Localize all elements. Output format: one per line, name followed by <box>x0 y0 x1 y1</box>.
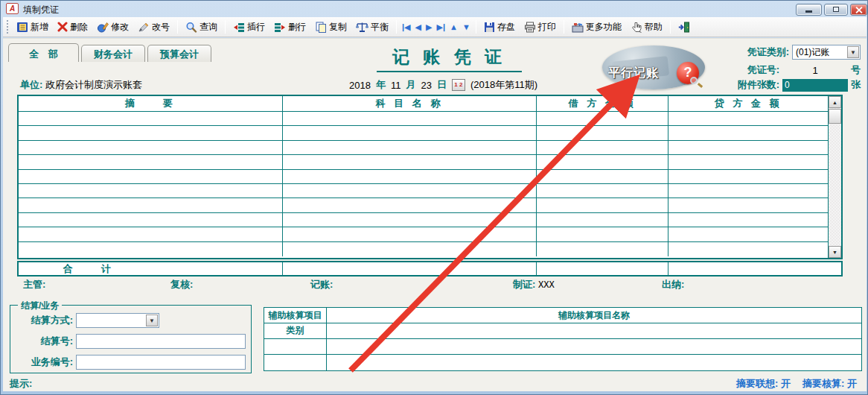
voucher-window: A 填制凭证 新增 删除 修改 改号 查询 插 <box>0 0 868 395</box>
summary-association-label: 摘要联想: <box>736 378 778 389</box>
grid-row[interactable] <box>19 112 828 126</box>
print-icon <box>524 22 536 33</box>
voucher-type-label: 凭证类别: <box>747 45 789 59</box>
modify-button[interactable]: 修改 <box>92 19 133 36</box>
save-button[interactable]: 存盘 <box>479 19 520 36</box>
query-button[interactable]: 查询 <box>181 19 222 36</box>
total-credit-cell <box>668 262 841 275</box>
copy-button[interactable]: 复制 <box>310 19 351 36</box>
col-header-credit: 贷 方 金 额 <box>668 96 828 111</box>
grid-row[interactable] <box>19 242 828 256</box>
nav-next-button[interactable]: ▶ <box>424 21 434 34</box>
chevron-down-icon[interactable]: ▼ <box>847 46 859 58</box>
print-button[interactable]: 打印 <box>520 19 561 36</box>
close-icon <box>855 6 863 14</box>
toolbar-separator <box>396 20 397 34</box>
voucher-no-value: 1 <box>782 65 848 76</box>
date-year-value[interactable]: 2018 <box>349 80 371 91</box>
delete-row-button[interactable]: 删行 <box>269 19 310 36</box>
grid-row[interactable] <box>19 155 828 169</box>
summary-association-toggle[interactable]: 摘要联想: 开 <box>736 377 791 391</box>
date-day-char: 日 <box>437 78 447 92</box>
change-number-button[interactable]: 改号 <box>133 19 174 36</box>
calendar-icon[interactable]: 1 2 <box>452 79 465 91</box>
close-button[interactable] <box>850 4 867 16</box>
grid-row[interactable] <box>19 213 828 227</box>
date-month-value[interactable]: 11 <box>391 80 401 91</box>
prepared-value: XXX <box>538 279 555 290</box>
more-functions-icon <box>572 22 584 33</box>
voucher-grid: 摘 要 科 目 名 称 借 方 金 额 贷 方 金 额 ▲ ▼ <box>17 95 843 259</box>
tab-budget-accounting[interactable]: 预算会计 <box>147 45 211 62</box>
minimize-button[interactable] <box>796 4 822 16</box>
toolbar-separator <box>225 20 226 34</box>
delete-icon <box>57 22 68 32</box>
modify-label: 修改 <box>111 21 129 34</box>
date-day-value[interactable]: 23 <box>421 80 431 91</box>
grid-header-row: 摘 要 科 目 名 称 借 方 金 额 贷 方 金 额 <box>19 96 828 112</box>
grid-row[interactable] <box>19 141 828 155</box>
settlement-legend: 结算/业务 <box>18 300 62 312</box>
more-functions-button[interactable]: 更多功能 <box>567 19 626 36</box>
insert-row-button[interactable]: 插行 <box>229 19 269 36</box>
parallel-bookkeeping-label: 平行记账 <box>608 66 659 81</box>
exit-door-icon <box>678 22 690 33</box>
summary-check-label: 摘要核算: <box>802 378 844 389</box>
grid-row[interactable] <box>19 170 828 184</box>
scroll-up-icon[interactable]: ▲ <box>829 96 841 108</box>
grid-scrollbar[interactable]: ▲ ▼ <box>828 96 841 258</box>
copy-label: 复制 <box>329 21 347 34</box>
save-icon <box>484 22 495 33</box>
aux-name-header: 辅助核算项目名称 <box>327 308 861 323</box>
grid-row[interactable] <box>19 184 828 198</box>
delete-button[interactable]: 删除 <box>53 19 92 36</box>
col-header-account: 科 目 名 称 <box>283 96 537 111</box>
aux-category-header: 辅助核算项目类别 <box>264 308 327 323</box>
aux-row[interactable] <box>264 355 861 370</box>
delete-label: 删除 <box>70 21 88 34</box>
nav-prev-button[interactable]: ◀ <box>413 21 424 34</box>
tab-financial-accounting[interactable]: 财务会计 <box>81 45 145 62</box>
window-title: 填制凭证 <box>23 4 59 16</box>
exit-button[interactable] <box>674 19 695 35</box>
restore-button[interactable] <box>824 4 848 16</box>
new-voucher-button[interactable]: 新增 <box>12 19 53 36</box>
new-voucher-label: 新增 <box>31 21 48 34</box>
nav-up-button[interactable]: ▲ <box>447 21 460 33</box>
summary-check-toggle[interactable]: 摘要核算: 开 <box>802 377 857 391</box>
more-functions-label: 更多功能 <box>586 21 622 34</box>
voucher-type-value: (01)记账 <box>796 46 829 59</box>
magnifier-icon <box>690 77 698 84</box>
toolbar-gripper <box>7 20 9 34</box>
col-header-summary: 摘 要 <box>19 96 283 111</box>
settlement-method-label: 结算方式: <box>10 314 76 327</box>
settlement-method-select[interactable]: ▼ <box>76 313 159 328</box>
prepared-label: 制证: <box>513 279 535 290</box>
aux-row[interactable] <box>264 323 861 339</box>
settlement-number-input[interactable] <box>77 335 245 349</box>
page-title: 记 账 凭 证 <box>377 45 522 72</box>
help-button[interactable]: 帮助 <box>626 19 667 36</box>
scroll-down-icon[interactable]: ▼ <box>829 246 841 258</box>
aux-row[interactable] <box>264 339 861 355</box>
restore-icon <box>833 7 839 12</box>
supervisor-label: 主管: <box>23 278 45 291</box>
help-label: 帮助 <box>645 21 663 34</box>
nav-down-button[interactable]: ▼ <box>460 21 473 33</box>
toolbar-separator <box>670 20 671 34</box>
grid-row[interactable] <box>19 227 828 241</box>
parallel-bookkeeping-badge[interactable]: 平行记账 ? <box>602 45 705 89</box>
scrollbar-thumb[interactable] <box>829 109 841 124</box>
attachments-input[interactable]: 0 <box>782 79 848 92</box>
grid-row[interactable] <box>19 198 828 212</box>
balance-button[interactable]: 平衡 <box>351 19 393 36</box>
grid-row[interactable] <box>19 126 828 140</box>
nav-first-button[interactable]: |◀ <box>400 21 413 34</box>
chevron-down-icon[interactable]: ▼ <box>146 315 158 326</box>
business-number-input[interactable] <box>77 356 245 370</box>
nav-last-button[interactable]: ▶| <box>434 21 447 34</box>
total-row: 合 计 <box>17 261 843 276</box>
toolbar-separator <box>476 20 476 34</box>
voucher-type-select[interactable]: (01)记账 ▼ <box>792 45 861 60</box>
tab-all[interactable]: 全 部 <box>8 43 79 62</box>
